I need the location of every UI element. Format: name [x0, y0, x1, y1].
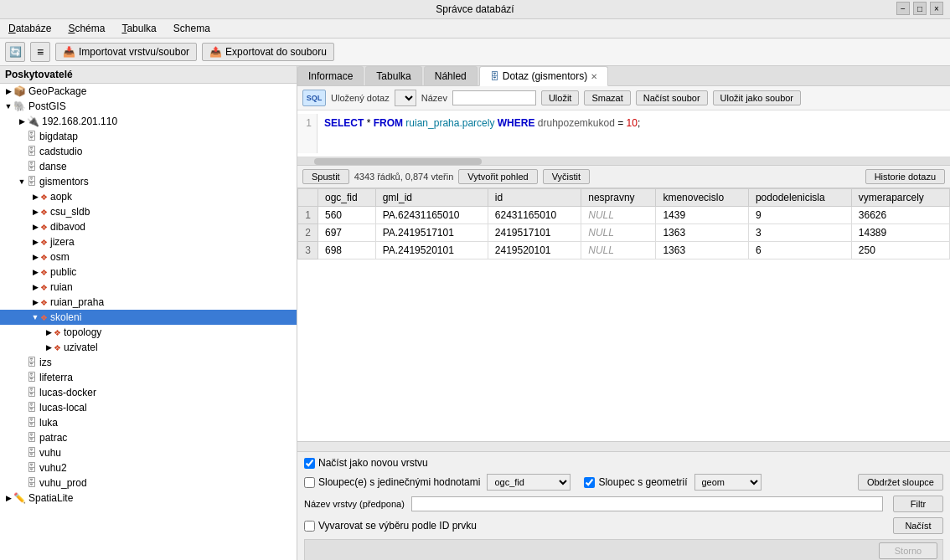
tree-arrow-postgis[interactable]: ▼ — [3, 102, 13, 110]
tree-arrow-geopackage[interactable]: ▶ — [3, 87, 13, 95]
tree-arrow-topology[interactable]: ▶ — [44, 328, 54, 337]
avoid-selection-checkbox[interactable] — [304, 521, 315, 532]
cell-id: 62431165010 — [488, 207, 581, 224]
tree-arrow-ruian_praha[interactable]: ▶ — [30, 298, 40, 306]
table-hscroll[interactable] — [297, 441, 950, 451]
tree-container[interactable]: ▶ 📦 GeoPackage ▼ 🐘 PostGIS ▶ 🔌 192.168.2… — [0, 84, 297, 560]
tree-arrow-skoleni[interactable]: ▼ — [30, 313, 40, 321]
delete-query-button[interactable]: Smazat — [584, 90, 630, 105]
osm-icon: ❖ — [40, 253, 48, 262]
import-button[interactable]: 📥 Importovat vrstvu/soubor — [55, 43, 197, 61]
layer-name-input[interactable] — [411, 496, 883, 511]
create-view-button[interactable]: Vytvořit pohled — [458, 169, 537, 184]
save-file-button[interactable]: Uložit jako soubor — [713, 90, 801, 105]
tree-item-izs[interactable]: ▶ 🗄 izs — [0, 355, 297, 370]
tree-item-dibavod[interactable]: ▶ ❖ dibavod — [0, 219, 297, 234]
tree-item-vuhu2[interactable]: ▶ 🗄 vuhu2 — [0, 460, 297, 475]
menu-schema2[interactable]: Schema — [168, 21, 215, 36]
close-button[interactable]: × — [930, 2, 943, 15]
tree-item-geopackage[interactable]: ▶ 📦 GeoPackage — [0, 84, 297, 99]
maximize-button[interactable]: □ — [913, 2, 927, 15]
tree-item-aopk[interactable]: ▶ ❖ aopk — [0, 189, 297, 204]
name-input[interactable] — [452, 90, 536, 105]
tree-item-spatialite[interactable]: ▶ ✏️ SpatiaLite — [0, 491, 297, 506]
unique-cols-select[interactable]: ogc_fid — [487, 474, 571, 491]
history-button[interactable]: Historie dotazu — [865, 169, 945, 184]
table-row[interactable]: 2 697 PA.2419517101 2419517101 NULL 1363… — [298, 224, 950, 242]
tree-arrow-spatialite[interactable]: ▶ — [3, 494, 13, 502]
tab-dotaz[interactable]: 🗄 Dotaz (gismentors) ✕ — [479, 66, 608, 86]
saved-query-select[interactable] — [395, 90, 416, 106]
table-row[interactable]: 1 560 PA.62431165010 62431165010 NULL 14… — [298, 207, 950, 224]
unique-cols-checkbox[interactable] — [304, 477, 315, 488]
col-pododelenicisla: pododelenicisla — [748, 189, 851, 207]
tree-item-ruian_praha[interactable]: ▶ ❖ ruian_praha — [0, 295, 297, 310]
tab-informace[interactable]: Informace — [297, 66, 364, 85]
tree-item-ruian[interactable]: ▶ ❖ ruian — [0, 280, 297, 295]
tree-arrow-public[interactable]: ▶ — [30, 268, 40, 276]
tree-item-osm[interactable]: ▶ ❖ osm — [0, 249, 297, 265]
tree-item-ip[interactable]: ▶ 🔌 192.168.201.110 — [0, 114, 297, 129]
tree-item-bigdatap[interactable]: ▶ 🗄 bigdatap — [0, 129, 297, 144]
geom-col-checkbox[interactable] — [584, 477, 595, 488]
tree-arrow-dibavod[interactable]: ▶ — [30, 223, 40, 231]
window-controls: − □ × — [896, 2, 943, 15]
tree-arrow-csu_sldb[interactable]: ▶ — [30, 208, 40, 216]
load-button[interactable]: Načíst — [893, 517, 943, 534]
geom-col-select[interactable]: geom — [694, 474, 762, 491]
tab-dotaz-close[interactable]: ✕ — [591, 72, 597, 81]
filter-button[interactable]: Filtr — [893, 496, 943, 512]
tree-item-postgis[interactable]: ▼ 🐘 PostGIS — [0, 99, 297, 114]
tab-nahled[interactable]: Náhled — [424, 66, 478, 85]
tree-arrow-osm[interactable]: ▶ — [30, 253, 40, 261]
tree-item-topology[interactable]: ▶ ❖ topology — [0, 325, 297, 340]
tree-arrow-ip[interactable]: ▶ — [17, 117, 27, 126]
minimize-button[interactable]: − — [896, 2, 910, 15]
tree-item-vuhu_prod[interactable]: ▶ 🗄 vuhu_prod — [0, 475, 297, 491]
tab-tabulka[interactable]: Tabulka — [365, 66, 421, 85]
load-file-button[interactable]: Načíst soubor — [636, 90, 708, 105]
cell-id: 2419520101 — [488, 242, 581, 259]
tree-item-lifeterra[interactable]: ▶ 🗄 lifeterra — [0, 370, 297, 385]
run-button[interactable]: Spustit — [302, 169, 349, 184]
right-panel: Informace Tabulka Náhled 🗄 Dotaz (gismen… — [297, 66, 950, 560]
tree-item-lucas-docker[interactable]: ▶ 🗄 lucas-docker — [0, 385, 297, 400]
table-row[interactable]: 3 698 PA.2419520101 2419520101 NULL 1363… — [298, 242, 950, 259]
save-query-button[interactable]: Uložit — [541, 90, 580, 105]
cell-ogc_fid: 698 — [318, 242, 376, 259]
tree-item-lucas-local[interactable]: ▶ 🗄 lucas-local — [0, 400, 297, 415]
unique-cols-label: Sloupec(e) s jedinečnými hodnotami — [318, 476, 480, 488]
avoid-selection-check-row: Vyvarovat se výběru podle ID prvku — [304, 520, 477, 532]
export-button[interactable]: 📤 Exportovat do souboru — [202, 43, 334, 61]
tree-arrow-gismentors[interactable]: ▼ — [17, 177, 27, 186]
load-as-new-layer-checkbox[interactable] — [304, 458, 315, 469]
tree-item-skoleni[interactable]: ▼ ❖ skoleni — [0, 310, 297, 325]
tree-item-jizera[interactable]: ▶ ❖ jizera — [0, 234, 297, 249]
tree-arrow-uzivatel[interactable]: ▶ — [44, 343, 54, 352]
tree-item-cadstudio[interactable]: ▶ 🗄 cadstudio — [0, 144, 297, 159]
tree-item-luka[interactable]: ▶ 🗄 luka — [0, 415, 297, 430]
code-content[interactable]: SELECT * FROM ruian_praha.parcely WHERE … — [318, 114, 647, 153]
secondary-button[interactable]: ≡ — [30, 42, 50, 62]
menu-tabulka[interactable]: Tabulka — [116, 21, 161, 36]
tree-label-ruian_praha: ruian_praha — [50, 296, 104, 308]
tree-arrow-jizera[interactable]: ▶ — [30, 238, 40, 246]
tree-item-gismentors[interactable]: ▼ 🗄 gismentors — [0, 174, 297, 189]
refresh-button[interactable]: 🔄 — [5, 42, 25, 62]
tree-item-uzivatel[interactable]: ▶ ❖ uzivatel — [0, 340, 297, 355]
tree-arrow-aopk[interactable]: ▶ — [30, 193, 40, 201]
tree-item-danse[interactable]: ▶ 🗄 danse — [0, 159, 297, 174]
menu-databaze[interactable]: Databáze — [3, 21, 56, 36]
table-container[interactable]: ogc_fid gml_id id nespravny kmenovecislo… — [297, 188, 950, 441]
keep-cols-button[interactable]: Obdržet sloupce — [858, 474, 943, 491]
tree-item-csu_sldb[interactable]: ▶ ❖ csu_sldb — [0, 204, 297, 219]
menu-schema[interactable]: Schéma — [63, 21, 110, 36]
tree-label-csu_sldb: csu_sldb — [50, 206, 90, 218]
tree-item-vuhu[interactable]: ▶ 🗄 vuhu — [0, 445, 297, 460]
tree-arrow-ruian[interactable]: ▶ — [30, 283, 40, 291]
clear-button[interactable]: Vyčistit — [543, 169, 590, 184]
tree-item-patrac[interactable]: ▶ 🗄 patrac — [0, 430, 297, 445]
query-toolbar: SQL Uložený dotaz Název Uložit Smazat Na… — [297, 86, 950, 110]
code-hscroll[interactable] — [297, 157, 950, 166]
tree-item-public[interactable]: ▶ ❖ public — [0, 265, 297, 280]
